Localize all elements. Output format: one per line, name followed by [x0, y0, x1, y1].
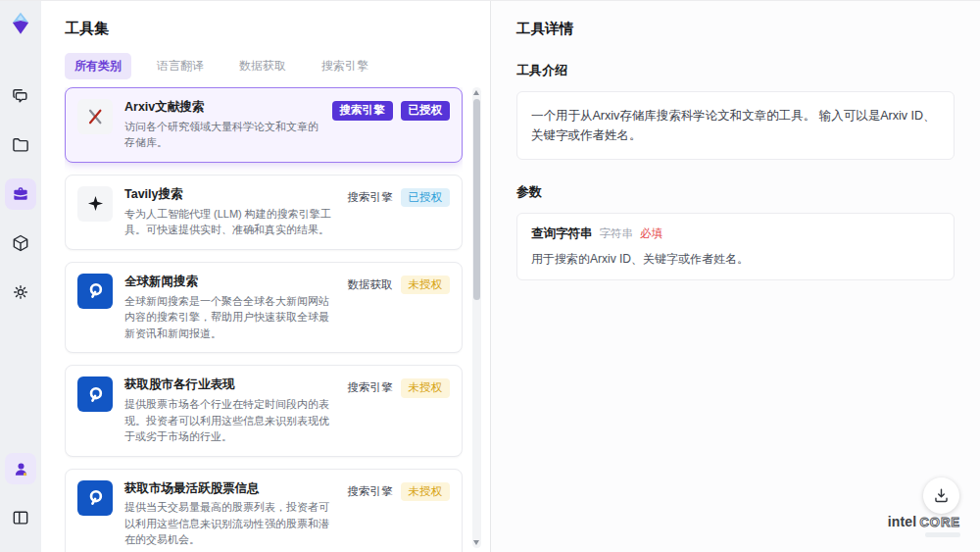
download-icon — [932, 486, 951, 505]
category-tab[interactable]: 语言翻译 — [147, 53, 214, 79]
tool-category-badge: 搜索引擎 — [332, 101, 393, 121]
cube-icon[interactable] — [5, 227, 36, 259]
parameter-required-badge: 必填 — [640, 226, 662, 241]
tool-card[interactable]: 全球新闻搜索 全球新闻搜索是一个聚合全球各大新闻网站内容的搜索引擎，帮助用户快速… — [65, 262, 463, 353]
scroll-up-arrow-icon[interactable] — [473, 90, 479, 95]
tool-card[interactable]: 获取股市各行业表现 提供股票市场各个行业在特定时间段内的表现。投资者可以利用这些… — [65, 365, 463, 456]
tool-auth-badge: 未授权 — [401, 276, 451, 295]
tool-details-panel: 工具详情 工具介绍 一个用于从Arxiv存储库搜索科学论文和文章的工具。 输入可… — [490, 1, 980, 552]
core-wordmark: core — [919, 515, 960, 529]
parameter-name: 查询字符串 — [531, 226, 593, 242]
tavily-star-icon — [86, 194, 105, 213]
logo-watermark — [925, 532, 960, 537]
app-logo-icon — [6, 9, 35, 38]
scroll-down-arrow-icon[interactable] — [473, 540, 479, 545]
intro-heading: 工具介绍 — [516, 62, 955, 79]
tool-description: 提供股票市场各个行业在特定时间段内的表现。投资者可以利用这些信息来识别表现优于或… — [124, 396, 338, 445]
arxiv-logo-icon — [85, 107, 105, 126]
parameter-description: 用于搜索的Arxiv ID、关键字或作者姓名。 — [531, 250, 940, 268]
tool-card[interactable]: Arxiv文献搜索 访问各个研究领域大量科学论文和文章的存储库。 搜索引擎 已授… — [65, 87, 463, 163]
tool-category-badge: 数据获取 — [348, 276, 393, 295]
params-heading: 参数 — [516, 183, 955, 201]
scrollbar-thumb[interactable] — [473, 99, 480, 300]
parameter-type: 字符串 — [600, 226, 634, 241]
blue-q-icon — [77, 376, 113, 412]
details-title: 工具详情 — [516, 20, 955, 38]
tool-auth-badge: 已授权 — [401, 188, 451, 208]
tool-category-badge: 搜索引擎 — [348, 378, 393, 398]
category-tab[interactable]: 所有类别 — [65, 53, 131, 79]
tool-name: 全球新闻搜索 — [124, 274, 338, 290]
user-icon[interactable] — [5, 453, 36, 484]
tool-list: Arxiv文献搜索 访问各个研究领域大量科学论文和文章的存储库。 搜索引擎 已授… — [65, 87, 463, 552]
settings-icon[interactable] — [5, 276, 36, 308]
tool-card[interactable]: Tavily搜索 专为人工智能代理 (LLM) 构建的搜索引擎工具。可快速提供实… — [65, 175, 463, 250]
category-tab[interactable]: 数据获取 — [229, 53, 296, 79]
intel-core-logo: intelcore — [888, 514, 960, 537]
blue-q-logo-icon — [85, 487, 106, 508]
arxiv-icon — [77, 99, 113, 134]
tool-name: 获取市场最活跃股票信息 — [124, 480, 338, 497]
intro-text: 一个用于从Arxiv存储库搜索科学论文和文章的工具。 输入可以是Arxiv ID… — [516, 91, 955, 160]
app-window: 工具集 所有类别语言翻译数据获取搜索引擎 Arxiv文献搜索 访问各个研究领域大… — [0, 0, 980, 552]
tool-description: 访问各个研究领域大量科学论文和文章的存储库。 — [124, 119, 322, 151]
blue-q-icon — [77, 274, 113, 309]
tools-panel: 工具集 所有类别语言翻译数据获取搜索引擎 Arxiv文献搜索 访问各个研究领域大… — [41, 1, 490, 552]
tool-auth-badge: 已授权 — [401, 101, 451, 121]
chat-icon[interactable] — [5, 80, 36, 112]
tool-name: Tavily搜索 — [124, 186, 338, 203]
category-tabs: 所有类别语言翻译数据获取搜索引擎 — [41, 38, 490, 79]
tool-auth-badge: 未授权 — [401, 378, 451, 398]
download-button[interactable] — [923, 477, 959, 514]
toolbox-icon[interactable] — [5, 178, 36, 210]
tool-category-badge: 搜索引擎 — [348, 482, 393, 502]
tool-auth-badge: 未授权 — [401, 482, 451, 502]
tool-category-badge: 搜索引擎 — [348, 188, 393, 208]
tool-name: Arxiv文献搜索 — [124, 99, 322, 116]
sidebar — [0, 1, 41, 552]
split-panel-icon[interactable] — [5, 502, 36, 533]
category-tab[interactable]: 搜索引擎 — [312, 53, 378, 79]
tool-description: 全球新闻搜索是一个聚合全球各大新闻网站内容的搜索引擎，帮助用户快速获取全球最新资… — [124, 293, 338, 342]
tool-description: 专为人工智能代理 (LLM) 构建的搜索引擎工具。可快速提供实时、准确和真实的结… — [124, 206, 338, 238]
blue-q-icon — [77, 480, 113, 516]
scrollbar[interactable] — [472, 87, 481, 548]
parameter-card: 查询字符串 字符串 必填 用于搜索的Arxiv ID、关键字或作者姓名。 — [516, 213, 955, 280]
folder-icon[interactable] — [5, 129, 36, 161]
tavily-star-icon — [77, 186, 113, 222]
tool-description: 提供当天交易量最高的股票列表，投资者可以利用这些信息来识别流动性强的股票和潜在的… — [124, 499, 338, 548]
tool-name: 获取股市各行业表现 — [124, 376, 338, 393]
blue-q-logo-icon — [85, 384, 106, 405]
intel-wordmark: intel — [888, 514, 917, 529]
page-title: 工具集 — [41, 1, 490, 38]
tool-card[interactable]: 获取市场最活跃股票信息 提供当天交易量最高的股票列表，投资者可以利用这些信息来识… — [65, 469, 463, 552]
blue-q-logo-icon — [85, 280, 106, 301]
